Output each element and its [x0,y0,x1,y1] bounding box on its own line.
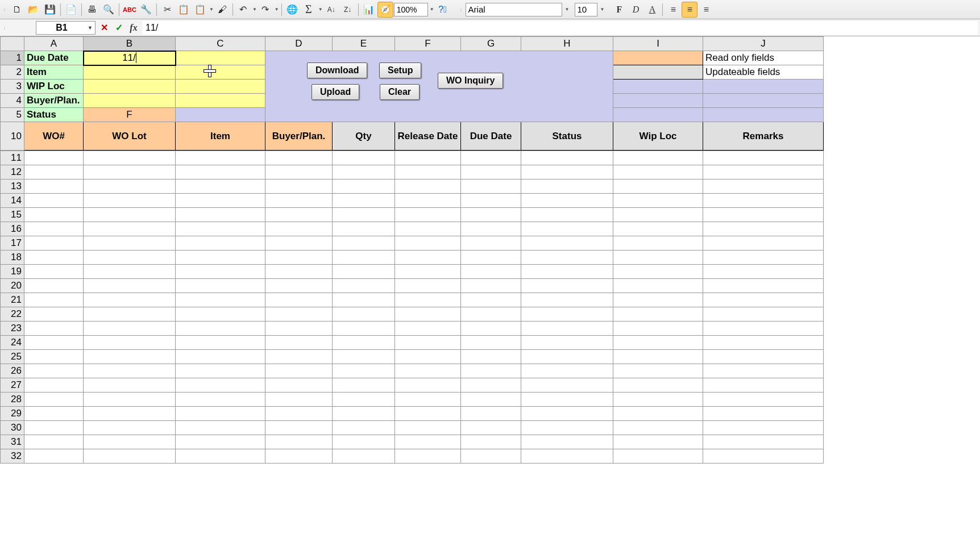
th-wip-loc[interactable]: Wip Loc [613,122,703,151]
cell-B20[interactable] [84,279,176,293]
align-center-icon[interactable]: ≡ [682,2,697,18]
cell-F24[interactable] [395,336,461,350]
cell-H17[interactable] [521,236,613,251]
th-qty[interactable]: Qty [333,122,395,151]
cell-J20[interactable] [703,279,824,293]
zoom-input[interactable]: 100% [394,3,428,16]
cell-H21[interactable] [521,293,613,307]
cell-J4[interactable] [703,94,824,108]
cell-E20[interactable] [333,279,395,293]
col-header-I[interactable]: I [613,37,703,51]
hyperlink-icon[interactable]: 🌐 [284,2,300,18]
row-header-13[interactable]: 13 [1,180,24,194]
label-status[interactable]: Status [24,108,84,122]
cell-D22[interactable] [265,307,333,322]
cell-B16[interactable] [84,222,176,236]
cell-G12[interactable] [461,165,521,180]
th-status[interactable]: Status [521,122,613,151]
cell-H23[interactable] [521,322,613,336]
cell-B26[interactable] [84,364,176,378]
cell-J12[interactable] [703,165,824,180]
navigator-icon[interactable]: 🧭 [377,2,393,18]
cell-A16[interactable] [24,222,84,236]
cell-B27[interactable] [84,378,176,393]
cell-I29[interactable] [613,407,703,421]
cell-B23[interactable] [84,322,176,336]
cell-C1[interactable] [176,51,265,65]
cell-A11[interactable] [24,151,84,165]
cell-A21[interactable] [24,293,84,307]
cell-F19[interactable] [395,265,461,279]
cell-F30[interactable] [395,421,461,435]
cell-D23[interactable] [265,322,333,336]
cell-I20[interactable] [613,279,703,293]
copy-icon[interactable]: 📋 [176,2,192,18]
row-header-12[interactable]: 12 [1,165,24,180]
cell-C28[interactable] [176,393,265,407]
zoom-dropdown-arrow[interactable]: ▼ [430,7,434,12]
cell-E14[interactable] [333,194,395,208]
cell-D15[interactable] [265,208,333,222]
cell-H15[interactable] [521,208,613,222]
row-header-14[interactable]: 14 [1,194,24,208]
cell-H25[interactable] [521,350,613,364]
font-size-input[interactable]: 10 [575,3,597,16]
cell-J30[interactable] [703,421,824,435]
select-all-corner[interactable] [1,37,24,51]
cell-B4[interactable] [84,94,176,108]
cell-A17[interactable] [24,236,84,251]
cell-E24[interactable] [333,336,395,350]
cell-J17[interactable] [703,236,824,251]
th-wo-lot[interactable]: WO Lot [84,122,176,151]
cell-C25[interactable] [176,350,265,364]
italic-icon[interactable]: D [628,2,643,18]
cell-D30[interactable] [265,421,333,435]
row-header-16[interactable]: 16 [1,222,24,236]
cell-H11[interactable] [521,151,613,165]
cell-C31[interactable] [176,435,265,449]
cell-C32[interactable] [176,449,265,464]
cell-B25[interactable] [84,350,176,364]
col-header-D[interactable]: D [265,37,333,51]
cell-F11[interactable] [395,151,461,165]
save-icon[interactable]: 💾 [42,2,58,18]
cell-E22[interactable] [333,307,395,322]
cell-I5[interactable] [613,108,703,122]
cell-F20[interactable] [395,279,461,293]
cut-icon[interactable]: ✂ [159,2,175,18]
cell-J14[interactable] [703,194,824,208]
name-box-dropdown-arrow[interactable]: ▼ [88,25,93,31]
th-due-date[interactable]: Due Date [461,122,521,151]
cell-H12[interactable] [521,165,613,180]
cell-E17[interactable] [333,236,395,251]
cell-A18[interactable] [24,251,84,265]
row-header-22[interactable]: 22 [1,307,24,322]
row-header-28[interactable]: 28 [1,393,24,407]
cell-G21[interactable] [461,293,521,307]
cell-F25[interactable] [395,350,461,364]
cell-F29[interactable] [395,407,461,421]
cell-C20[interactable] [176,279,265,293]
cell-E26[interactable] [333,364,395,378]
cell-D14[interactable] [265,194,333,208]
cell-C23[interactable] [176,322,265,336]
cell-D20[interactable] [265,279,333,293]
cell-C18[interactable] [176,251,265,265]
cell-I27[interactable] [613,378,703,393]
cell-G29[interactable] [461,407,521,421]
cell-I24[interactable] [613,336,703,350]
row-header-23[interactable]: 23 [1,322,24,336]
cell-D27[interactable] [265,378,333,393]
paste-dropdown-arrow[interactable]: ▼ [209,7,214,12]
cell-G18[interactable] [461,251,521,265]
cell-H32[interactable] [521,449,613,464]
cell-J16[interactable] [703,222,824,236]
cell-G11[interactable] [461,151,521,165]
cell-I13[interactable] [613,180,703,194]
cell-J21[interactable] [703,293,824,307]
row-header-15[interactable]: 15 [1,208,24,222]
col-header-F[interactable]: F [395,37,461,51]
cell-A19[interactable] [24,265,84,279]
row-header-25[interactable]: 25 [1,350,24,364]
cell-G13[interactable] [461,180,521,194]
